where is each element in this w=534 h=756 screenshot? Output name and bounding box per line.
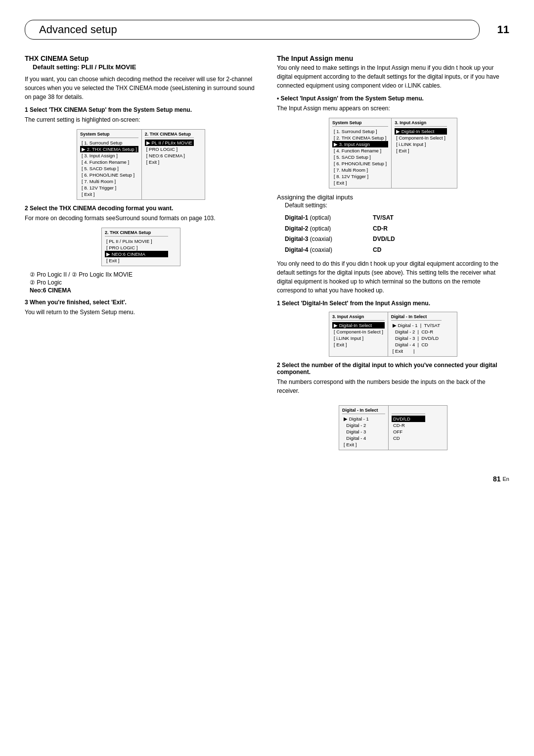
menu4-col2-item: Digital - 2 | CD-R	[391, 329, 442, 335]
menu1-col2-item: [ PRO LOGIC ]	[145, 146, 194, 152]
menu1-item: [ Exit ]	[80, 191, 138, 197]
footer-page-number: 81	[493, 475, 501, 483]
menu2-col1: 2. THX CINEMA Setup [ PL II / PLIIx MOVI…	[102, 228, 171, 266]
menu1-col1-title: System Setup	[80, 132, 138, 138]
menu3-col1-title: System Setup	[332, 120, 388, 127]
menu3-col2-title: 3. Input Assign	[395, 120, 447, 127]
menu5-item: ▶ Digital - 1	[342, 416, 385, 422]
menu1-item: [ 1. Surround Setup	[80, 140, 138, 146]
menu1-item: [ 6. PHONO/LINE Setup ]	[80, 172, 138, 178]
digital-label: Digital-1 (optical)	[285, 213, 369, 224]
left-section-subtitle: Default setting: PLII / PLIIx MOVIE	[25, 63, 257, 71]
menu5-col2-title	[392, 408, 425, 414]
digital-value: CD	[373, 245, 381, 256]
right-step1-body: The Input Assign menu appears on screen:	[277, 104, 509, 113]
menu3-item: [ 7. Multi Room ]	[332, 167, 388, 173]
right-section-title: The Input Assign menu	[277, 54, 509, 62]
menu2-item-highlighted: ▶ NEO:6 CINEMA	[105, 251, 168, 257]
menu1-col2-title: 2. THX CINEMA Setup	[145, 132, 194, 138]
left-step2-heading: 2 Select the THX CINEMA decoding format …	[25, 205, 257, 212]
menu5-col2-item-highlighted: DVD/LD	[392, 416, 425, 422]
menu-screenshot-1: System Setup [ 1. Surround Setup ▶ 2. TH…	[77, 129, 205, 200]
symbol-item: ② Pro Logic	[30, 279, 257, 286]
page-header: Advanced setup 11	[25, 20, 509, 40]
digital-default-row: Digital-2 (optical) CD-R	[285, 224, 509, 235]
left-step1-body: The current setting is highlighted on-sc…	[25, 115, 257, 124]
menu5-col1-title: Digital - In Select	[342, 408, 385, 414]
menu4-col2-item: Digital - 4 | CD	[391, 341, 442, 348]
menu2-item: [ PL II / PLIIx MOVIE ]	[105, 238, 168, 244]
right-step1-heading: • Select 'Input Assign' from the System …	[277, 95, 509, 102]
content-columns: THX CINEMA Setup Default setting: PLII /…	[25, 54, 509, 460]
menu4-col1-title: 3. Input Assign	[332, 314, 385, 321]
right-column: The Input Assign menu You only need to m…	[277, 54, 509, 460]
menu4-col2-item: ▶ Digital - 1 | TV/SAT	[391, 322, 442, 329]
assigning-subtitle: Default settings:	[277, 202, 509, 209]
left-step3-body: You will return to the System Setup menu…	[25, 308, 257, 317]
left-step2-body: For more on decoding formats seeSurround…	[25, 214, 257, 223]
menu1-item-highlighted: ▶ 2. THX CINEMA Setup ]	[80, 146, 138, 152]
menu1-item: [ 3. Input Assign ]	[80, 152, 138, 159]
menu3-col2: 3. Input Assign ▶ Digital-In Select [ Co…	[392, 118, 450, 188]
menu3-item: [ 1. Surround Setup ]	[332, 128, 388, 135]
menu3-item: [ 5. SACD Setup ]	[332, 154, 388, 160]
assigning-title: Assigning the digital inputs	[277, 193, 509, 201]
menu4-item: [ Exit ]	[332, 341, 385, 348]
digital-default-row: Digital-1 (optical) TV/SAT	[285, 213, 509, 224]
menu5-col1: Digital - In Select ▶ Digital - 1 Digita…	[339, 406, 389, 450]
menu5-item: Digital - 2	[342, 422, 385, 428]
menu2-item: [ Exit ]	[105, 257, 168, 264]
left-step1-heading: 1 Select 'THX CINEMA Setup' from the Sys…	[25, 106, 257, 113]
symbol-list: ② Pro Logic II / ② Pro Logic IIx MOVIE ②…	[30, 271, 257, 294]
left-step3-heading: 3 When you're finished, select 'Exit'.	[25, 299, 257, 306]
left-intro-text: If you want, you can choose which decodi…	[25, 75, 257, 101]
assigning-body: You only need to do this if you didn t h…	[277, 259, 509, 295]
menu1-col2-item-highlighted: ▶ PL II / PLIIx MOVIE	[145, 140, 194, 146]
menu3-col2-item: [ Exit ]	[395, 147, 447, 154]
menu5-col2: DVD/LD CD-R OFF CD	[389, 406, 428, 450]
digital-label: Digital-2 (optical)	[285, 224, 369, 235]
menu5-item: Digital - 3	[342, 428, 385, 435]
menu3-col2-item-highlighted: ▶ Digital-In Select	[395, 128, 447, 135]
menu4-item-highlighted: ▶ Digital-In Select	[332, 322, 385, 329]
menu-screenshot-5: Digital - In Select ▶ Digital - 1 Digita…	[339, 405, 447, 450]
page-number: 11	[490, 23, 509, 36]
menu1-col1: System Setup [ 1. Surround Setup ▶ 2. TH…	[77, 130, 142, 199]
digital-default-row: Digital-3 (coaxial) DVD/LD	[285, 234, 509, 245]
menu-screenshot-4: 3. Input Assign ▶ Digital-In Select [ Co…	[329, 312, 457, 357]
right-step3-heading: 2 Select the number of the digital input…	[277, 362, 509, 376]
right-step3-body: The numbers correspond with the numbers …	[277, 378, 509, 395]
menu3-item: [ 8. 12V Trigger ]	[332, 173, 388, 180]
digital-value: DVD/LD	[373, 234, 395, 245]
menu3-col2-item: [ Component-In Select ]	[395, 135, 447, 141]
menu1-item: [ 4. Function Rename ]	[80, 159, 138, 165]
menu4-item: [ Component-In Select ]	[332, 329, 385, 335]
menu5-col2-item: OFF	[392, 428, 425, 435]
footer-language: En	[503, 476, 509, 482]
menu4-item: [ i.LINK Input ]	[332, 335, 385, 341]
menu3-col1: System Setup [ 1. Surround Setup ] [ 2. …	[329, 118, 392, 188]
menu1-col2: 2. THX CINEMA Setup ▶ PL II / PLIIx MOVI…	[142, 130, 197, 199]
menu-screenshot-5-wrapper: Digital - In Select ▶ Digital - 1 Digita…	[277, 400, 509, 455]
left-section-title: THX CINEMA Setup	[25, 54, 257, 62]
digital-label: Digital-4 (coaxial)	[285, 245, 369, 256]
digital-label: Digital-3 (coaxial)	[285, 234, 369, 245]
menu-screenshot-3: System Setup [ 1. Surround Setup ] [ 2. …	[329, 118, 457, 189]
digital-defaults: Digital-1 (optical) TV/SAT Digital-2 (op…	[277, 213, 509, 255]
menu1-item: [ 5. SACD Setup ]	[80, 165, 138, 172]
right-step2-heading: 1 Select 'Digital-In Select' from the In…	[277, 300, 509, 307]
page-title: Advanced setup	[25, 20, 480, 40]
digital-value: CD-R	[373, 224, 388, 235]
menu1-col2-item: [ NEO:6 CINEMA ]	[145, 152, 194, 159]
symbol-item-bold: Neo:6 CINEMA	[30, 287, 257, 294]
symbol-item: ② Pro Logic II / ② Pro Logic IIx MOVIE	[30, 271, 257, 278]
menu-screenshot-2: 2. THX CINEMA Setup [ PL II / PLIIx MOVI…	[101, 228, 180, 266]
menu4-col2-item: Digital - 3 | DVD/LD	[391, 335, 442, 341]
menu4-col1: 3. Input Assign ▶ Digital-In Select [ Co…	[329, 312, 388, 356]
right-intro-text: You only need to make settings in the In…	[277, 63, 509, 90]
menu3-item: [ Exit ]	[332, 180, 388, 186]
menu5-col2-item: CD-R	[392, 422, 425, 428]
menu1-col2-item: [ Exit ]	[145, 159, 194, 165]
menu4-col2-item: [ Exit |	[391, 348, 442, 354]
menu1-item: [ 7. Multi Room ]	[80, 178, 138, 185]
